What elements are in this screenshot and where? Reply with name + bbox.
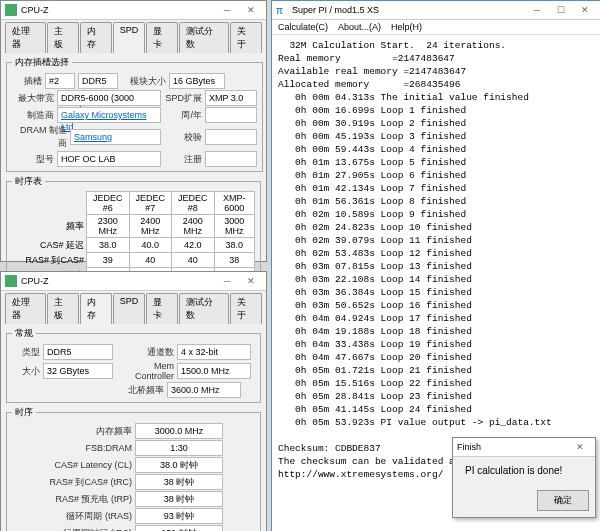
svg-rect-1 — [5, 275, 17, 287]
general-legend: 常规 — [12, 327, 36, 340]
dlg-title: Finish — [457, 442, 481, 452]
cpuz1-titlebar[interactable]: CPU-Z ─ ✕ — [1, 1, 266, 20]
timing-cell: 2400 MHz — [129, 215, 172, 238]
cpuz1-tabs: 处理器主板内存SPD显卡测试分数关于 — [1, 20, 266, 53]
size-value: 32 GBytes — [43, 363, 113, 379]
timing-cell: 38.0 — [214, 238, 254, 253]
part-label: 型号 — [12, 153, 54, 166]
maxbw-label: 最大带宽 — [12, 92, 54, 105]
tim-label: FSB:DRAM — [12, 443, 132, 453]
sp-titlebar[interactable]: π Super PI / mod1.5 XS ─ ☐ ✕ — [272, 1, 600, 20]
tab-3[interactable]: SPD — [113, 22, 146, 53]
part-value: HOF OC LAB — [57, 151, 161, 167]
timing-cell: 40.0 — [129, 238, 172, 253]
timing-cell: 40 — [172, 253, 215, 268]
tim-value: 1:30 — [135, 440, 223, 456]
chan-value: 4 x 32-bit — [177, 344, 251, 360]
finish-dialog: Finish ✕ PI calculation is done! 确定 — [452, 437, 596, 518]
menu-item[interactable]: Calculate(C) — [278, 22, 328, 32]
maximize-button[interactable]: ☐ — [550, 3, 572, 17]
close-button[interactable]: ✕ — [574, 3, 596, 17]
size-label: 大小 — [12, 365, 40, 378]
spdext-label: SPD扩展 — [164, 92, 202, 105]
slot-fieldset: 内存插槽选择 插槽 #2 DDR5 模块大小 16 GBytes 最大带宽 DD… — [6, 56, 263, 172]
tab-1[interactable]: 主板 — [47, 22, 79, 53]
rank-label: 校验 — [164, 131, 202, 144]
minimize-button[interactable]: ─ — [216, 274, 238, 288]
mc-value: 1500.0 MHz — [177, 363, 251, 379]
svg-text:π: π — [276, 5, 283, 16]
slot-label: 插槽 — [12, 75, 42, 88]
sp-menu: Calculate(C)About...(A)Help(H) — [272, 20, 600, 35]
type-value: DDR5 — [43, 344, 113, 360]
spdext-value: XMP 3.0 — [205, 90, 257, 106]
tab-5[interactable]: 测试分数 — [179, 293, 229, 324]
timing-cell: 40 — [129, 253, 172, 268]
tab-0[interactable]: 处理器 — [5, 22, 46, 53]
cpuz2-title: CPU-Z — [21, 276, 49, 286]
tim-value: 131 时钟 — [135, 525, 223, 531]
slot-legend: 内存插槽选择 — [12, 56, 72, 69]
tim-value: 38.0 时钟 — [135, 457, 223, 473]
week-value — [205, 107, 257, 123]
timing-cell: 2300 MHz — [87, 215, 130, 238]
timing-legend: 时序表 — [12, 175, 45, 188]
reg-label: 注册 — [164, 153, 202, 166]
tab-2[interactable]: 内存 — [80, 22, 112, 53]
tab-5[interactable]: 测试分数 — [179, 22, 229, 53]
tab-2[interactable]: 内存 — [80, 293, 112, 324]
tim-label: CAS# Latency (CL) — [12, 460, 132, 470]
tab-6[interactable]: 关于 — [230, 293, 262, 324]
tim-label: RAS# 预充电 (tRP) — [12, 493, 132, 506]
cpuz-mem-window: CPU-Z ─ ✕ 处理器主板内存SPD显卡测试分数关于 常规 类型 DDR5 … — [0, 271, 267, 531]
minimize-button[interactable]: ─ — [526, 3, 548, 17]
dlg-ok-button[interactable]: 确定 — [537, 490, 589, 511]
tim-label: RAS# 到CAS# (tRC) — [12, 476, 132, 489]
tab-3[interactable]: SPD — [113, 293, 146, 324]
tim-label: 内存频率 — [12, 425, 132, 438]
minimize-button[interactable]: ─ — [216, 3, 238, 17]
svg-rect-0 — [5, 4, 17, 16]
timing-col: JEDEC #7 — [129, 192, 172, 215]
close-button[interactable]: ✕ — [240, 274, 262, 288]
sp-output: 32M Calculation Start. 24 iterations. Re… — [272, 35, 600, 485]
tab-6[interactable]: 关于 — [230, 22, 262, 53]
menu-item[interactable]: About...(A) — [338, 22, 381, 32]
dlg-message: PI calculation is done! — [453, 457, 595, 484]
cpuz2-titlebar[interactable]: CPU-Z ─ ✕ — [1, 272, 266, 291]
tab-0[interactable]: 处理器 — [5, 293, 46, 324]
menu-item[interactable]: Help(H) — [391, 22, 422, 32]
timing-cell: 38.0 — [87, 238, 130, 253]
cpuz-spd-window: CPU-Z ─ ✕ 处理器主板内存SPD显卡测试分数关于 内存插槽选择 插槽 #… — [0, 0, 267, 262]
timing-cell: 42.0 — [172, 238, 215, 253]
chan-label: 通道数 — [116, 346, 174, 359]
dlg-titlebar[interactable]: Finish ✕ — [453, 438, 595, 457]
cpuz1-title: CPU-Z — [21, 5, 49, 15]
nb-label: 北桥频率 — [12, 384, 164, 397]
close-button[interactable]: ✕ — [240, 3, 262, 17]
timing-cell: 39 — [87, 253, 130, 268]
reg-value — [205, 151, 257, 167]
timing-col: JEDEC #8 — [172, 192, 215, 215]
slot-select[interactable]: #2 — [45, 73, 75, 89]
close-button[interactable]: ✕ — [569, 440, 591, 454]
timing-col — [12, 192, 87, 215]
slot-type: DDR5 — [78, 73, 118, 89]
tim-value: 38 时钟 — [135, 474, 223, 490]
timing2-fieldset: 时序 内存频率3000.0 MHzFSB:DRAM1:30CAS# Latenc… — [6, 406, 261, 531]
mfr-value[interactable]: Galaxy Microsystems Ltd. — [57, 107, 161, 123]
tim-value: 93 时钟 — [135, 508, 223, 524]
dram-value[interactable]: Samsung — [70, 129, 161, 145]
timing-cell: 3000 MHz — [214, 215, 254, 238]
tim-label: 循环周期 (tRAS) — [12, 510, 132, 523]
tab-1[interactable]: 主板 — [47, 293, 79, 324]
tab-4[interactable]: 显卡 — [146, 22, 178, 53]
general-fieldset: 常规 类型 DDR5 通道数 4 x 32-bit 大小 32 GBytes M… — [6, 327, 261, 403]
nb-value: 3600.0 MHz — [167, 382, 241, 398]
mfr-label: 制造商 — [12, 109, 54, 122]
week-label: 周/年 — [164, 109, 202, 122]
tab-4[interactable]: 显卡 — [146, 293, 178, 324]
superpi-icon: π — [276, 4, 288, 16]
timing2-legend: 时序 — [12, 406, 36, 419]
dram-label: DRAM 制造商 — [12, 124, 67, 150]
